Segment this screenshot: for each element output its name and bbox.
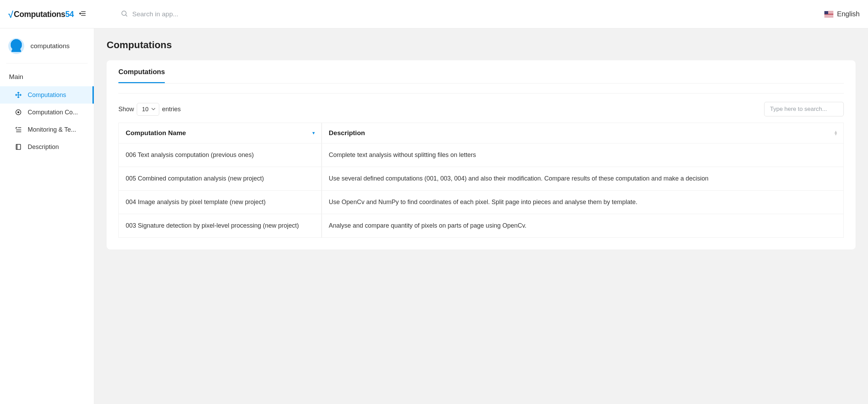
cell-name: 004 Image analysis by pixel template (ne… [118, 191, 322, 214]
profile-name: computations [30, 42, 70, 50]
sort-none-icon: ▲▼ [834, 131, 838, 135]
sidebar-toggle-icon[interactable] [79, 10, 86, 19]
column-header-name[interactable]: Computation Name ▼ [118, 123, 322, 143]
column-header-label: Computation Name [126, 129, 186, 137]
table-search [764, 102, 844, 116]
search-input[interactable] [132, 10, 271, 18]
sort-desc-icon: ▼ [312, 131, 316, 135]
cell-name: 003 Signature detection by pixel-level p… [118, 214, 322, 238]
table-row[interactable]: 005 Combined computation analysis (new p… [118, 167, 844, 191]
sidebar-item-label: Description [28, 143, 59, 151]
app-logo[interactable]: √Computations54 [8, 9, 74, 19]
checklist-icon [15, 126, 22, 133]
page-title: Computations [107, 39, 856, 51]
language-selector[interactable]: English [824, 10, 860, 18]
data-table: Computation Name ▼ Description ▲▼ 006 Te… [118, 123, 844, 238]
sidebar: computations Main Computations Computati… [0, 28, 94, 404]
show-entries: Show 10 entries [118, 103, 181, 116]
sidebar-item-computations[interactable]: Computations [0, 86, 94, 104]
sidebar-item-label: Computations [28, 91, 66, 99]
table-row[interactable]: 004 Image analysis by pixel template (ne… [118, 191, 844, 214]
profile-block[interactable]: computations [0, 38, 94, 63]
sidebar-item-description[interactable]: Description [0, 138, 94, 156]
sidebar-item-monitoring[interactable]: Monitoring & Te... [0, 121, 94, 138]
cell-desc: Use OpenCv and NumPy to find coordinates… [322, 191, 844, 214]
column-header-description[interactable]: Description ▲▼ [322, 123, 844, 143]
divider [6, 63, 88, 63]
table-row[interactable]: 003 Signature detection by pixel-level p… [118, 214, 844, 238]
sqrt-icon: √ [8, 9, 13, 20]
search-area [120, 10, 824, 19]
cell-name: 005 Combined computation analysis (new p… [118, 167, 322, 191]
logo-text-suffix: 54 [65, 10, 74, 19]
sidebar-item-label: Computation Co... [28, 109, 78, 116]
table-controls: Show 10 entries [118, 93, 844, 116]
card-tab-row: Computations [118, 68, 844, 84]
cell-desc: Use several defined computations (001, 0… [322, 167, 844, 191]
logo-area: √Computations54 [8, 9, 98, 19]
sidebar-item-computation-co[interactable]: Computation Co... [0, 104, 94, 121]
show-label-post: entries [162, 106, 181, 113]
move-icon [15, 91, 22, 99]
us-flag-icon [824, 11, 833, 17]
svg-line-4 [126, 15, 127, 16]
avatar [8, 38, 24, 54]
card: Computations Show 10 entries [107, 60, 856, 249]
book-icon [15, 143, 22, 151]
language-label: English [837, 10, 860, 18]
main-content: Computations Computations Show 10 entrie… [94, 28, 868, 404]
cell-desc: Analyse and compare quantity of pixels o… [322, 214, 844, 238]
search-icon [120, 10, 128, 19]
cell-name: 006 Text analysis computation (previous … [118, 143, 322, 167]
table-row[interactable]: 006 Text analysis computation (previous … [118, 143, 844, 167]
target-icon [15, 108, 22, 116]
cell-desc: Complete text analysis without splitting… [322, 143, 844, 167]
entries-select[interactable]: 10 [137, 103, 159, 116]
column-header-label: Description [329, 129, 365, 137]
table-search-input[interactable] [764, 102, 844, 116]
topbar: √Computations54 English [0, 0, 868, 28]
svg-point-6 [18, 112, 19, 113]
svg-point-3 [122, 11, 126, 15]
nav-section-title: Main [0, 73, 94, 86]
tab-computations[interactable]: Computations [118, 68, 165, 83]
show-label-pre: Show [118, 106, 134, 113]
logo-text-main: Computations [14, 10, 65, 19]
sidebar-item-label: Monitoring & Te... [28, 126, 76, 133]
